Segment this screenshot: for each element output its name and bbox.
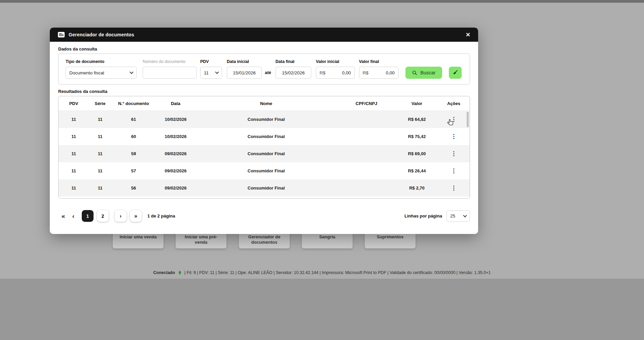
cell-data: 10/02/2026 bbox=[156, 117, 195, 122]
tile-label: Iniciar uma pré-venda bbox=[176, 234, 226, 245]
broom-icon bbox=[452, 70, 458, 76]
min-value-group: Valor inicial R$ bbox=[316, 59, 355, 79]
search-button-label: Buscar bbox=[420, 70, 435, 75]
cell-numero: 61 bbox=[111, 117, 156, 122]
chevron-down-icon bbox=[463, 213, 467, 217]
window-top-strip bbox=[0, 0, 644, 3]
pdv-label: PDV bbox=[200, 59, 222, 64]
cell-pdv: 11 bbox=[59, 117, 89, 122]
previous-page-button[interactable]: ‹ bbox=[68, 210, 78, 222]
cell-numero: 59 bbox=[111, 151, 156, 156]
pdv-select[interactable]: 11 bbox=[200, 67, 222, 79]
col-header-valor: Valor bbox=[396, 101, 438, 106]
page-root: { "theme": { "accent_green": "#84e46c", … bbox=[0, 0, 644, 340]
end-date-group: Data final bbox=[276, 59, 311, 79]
col-header-data: Data bbox=[156, 101, 195, 106]
document-number-label: Número do documento bbox=[143, 59, 196, 64]
col-header-numero: N.° documento bbox=[111, 101, 156, 106]
cell-pdv: 11 bbox=[59, 134, 89, 139]
cell-data: 09/02/2026 bbox=[156, 168, 195, 173]
pagination-bar: « ‹ 1 2 › » 1 de 2 página Linhas por pág… bbox=[58, 210, 470, 222]
cell-nome: Consumidor Final bbox=[195, 134, 337, 139]
pdv-value: 11 bbox=[204, 70, 209, 75]
rows-per-page-group: Linhas por página 25 bbox=[404, 210, 470, 222]
cell-valor: R$ 2,70 bbox=[396, 185, 438, 191]
tile-label: Gerenciador de documentos bbox=[239, 234, 290, 245]
page-button-1[interactable]: 1 bbox=[82, 210, 94, 222]
cell-nome: Consumidor Final bbox=[195, 117, 337, 122]
col-header-acoes: Ações bbox=[438, 101, 470, 106]
filter-panel: Tipo de documento Documento fiscal Númer… bbox=[58, 54, 470, 84]
document-type-select[interactable]: Documento fiscal bbox=[66, 67, 137, 79]
cell-serie: 11 bbox=[89, 134, 111, 139]
document-number-field bbox=[143, 67, 196, 79]
modal-body: Dados da consulta Tipo de documento Docu… bbox=[50, 46, 478, 222]
table-scrollbar[interactable] bbox=[467, 112, 469, 127]
rows-per-page-label: Linhas por página bbox=[404, 213, 442, 218]
rows-per-page-select[interactable]: 25 bbox=[446, 210, 470, 222]
close-icon[interactable]: ✕ bbox=[466, 31, 470, 38]
next-page-button[interactable]: › bbox=[115, 210, 127, 222]
cell-nome: Consumidor Final bbox=[195, 168, 337, 173]
clear-filters-button[interactable] bbox=[449, 67, 462, 79]
row-actions-kebab-icon[interactable]: ⋮ bbox=[438, 185, 470, 191]
modal-header: Gerenciador de documentos ✕ bbox=[50, 28, 478, 42]
modal-title: Gerenciador de documentos bbox=[69, 32, 134, 37]
first-page-button[interactable]: « bbox=[58, 210, 68, 222]
start-date-input[interactable] bbox=[230, 70, 258, 75]
cell-nome: Consumidor Final bbox=[195, 185, 337, 191]
row-actions-kebab-icon[interactable]: ⋮ bbox=[438, 151, 470, 157]
end-date-field bbox=[276, 67, 311, 79]
table-partial-row bbox=[59, 197, 470, 199]
filters-section-title: Dados da consulta bbox=[58, 46, 470, 52]
cell-numero: 57 bbox=[111, 168, 156, 173]
document-type-label: Tipo de documento bbox=[66, 59, 137, 64]
search-button[interactable]: Buscar bbox=[405, 67, 442, 79]
page-button-2[interactable]: 2 bbox=[97, 210, 109, 222]
status-details: | Fil: 9 | PDV: 11 | Série: 11 | Ope: AL… bbox=[184, 270, 491, 275]
cell-valor: R$ 75,42 bbox=[396, 134, 438, 139]
desktop-band bbox=[0, 279, 644, 340]
min-value-field: R$ bbox=[316, 67, 355, 79]
row-actions-kebab-icon[interactable]: ⋮ bbox=[438, 134, 470, 139]
cell-pdv: 11 bbox=[59, 151, 89, 156]
col-header-pdv: PDV bbox=[59, 101, 89, 106]
connected-status: Conectado bbox=[153, 270, 175, 275]
document-type-value: Documento fiscal bbox=[69, 70, 104, 75]
cell-serie: 11 bbox=[89, 168, 111, 173]
document-manager-modal: Gerenciador de documentos ✕ Dados da con… bbox=[50, 28, 478, 234]
search-icon bbox=[412, 70, 418, 76]
max-value-input[interactable] bbox=[368, 70, 395, 75]
row-actions-kebab-icon[interactable]: ⋮ bbox=[438, 168, 470, 174]
cell-valor: R$ 69,00 bbox=[396, 151, 438, 156]
table-row: 11 11 56 09/02/2026 Consumidor Final R$ … bbox=[59, 179, 470, 197]
results-table: PDV Série N.° documento Data Nome CPF/CN… bbox=[58, 96, 470, 199]
cell-valor: R$ 26,44 bbox=[396, 168, 438, 173]
chevron-down-icon bbox=[130, 70, 133, 74]
document-number-group: Número do documento bbox=[143, 59, 196, 79]
col-header-serie: Série bbox=[89, 101, 111, 106]
col-header-nome: Nome bbox=[195, 101, 337, 106]
until-label: até bbox=[265, 70, 271, 75]
document-number-input[interactable] bbox=[146, 70, 193, 75]
chevron-down-icon bbox=[215, 70, 219, 74]
end-date-label: Data final bbox=[276, 59, 311, 64]
min-value-input[interactable] bbox=[325, 70, 351, 75]
cell-serie: 11 bbox=[89, 151, 111, 156]
cell-data: 09/02/2026 bbox=[156, 185, 195, 191]
tile-label: Suprimentos bbox=[365, 234, 416, 240]
col-header-cpf: CPF/CNPJ bbox=[337, 101, 396, 106]
cell-data: 09/02/2026 bbox=[156, 151, 195, 156]
page-status: 1 de 2 página bbox=[147, 213, 175, 218]
table-header-row: PDV Série N.° documento Data Nome CPF/CN… bbox=[59, 96, 470, 111]
cell-serie: 11 bbox=[89, 117, 111, 122]
end-date-input[interactable] bbox=[279, 70, 308, 75]
cell-pdv: 11 bbox=[59, 168, 89, 173]
cell-data: 10/02/2026 bbox=[156, 134, 195, 139]
table-row: 11 11 57 09/02/2026 Consumidor Final R$ … bbox=[59, 162, 470, 179]
cell-numero: 60 bbox=[111, 134, 156, 139]
cell-valor: R$ 64,82 bbox=[396, 117, 438, 122]
rows-per-page-value: 25 bbox=[450, 213, 455, 218]
last-page-button[interactable]: » bbox=[130, 210, 142, 222]
max-value-label: Valor final bbox=[359, 59, 398, 64]
